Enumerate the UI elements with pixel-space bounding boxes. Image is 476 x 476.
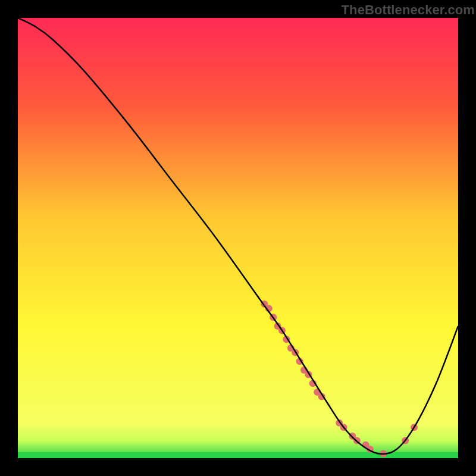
green-band xyxy=(18,452,458,458)
chart-container: TheBottlenecker.com xyxy=(0,0,476,476)
plot-area xyxy=(18,18,458,458)
watermark-text: TheBottlenecker.com xyxy=(342,2,475,18)
svg-rect-1 xyxy=(18,452,458,458)
chart-svg xyxy=(18,18,458,458)
highlight-dots xyxy=(261,300,418,458)
bottleneck-curve xyxy=(18,18,458,454)
